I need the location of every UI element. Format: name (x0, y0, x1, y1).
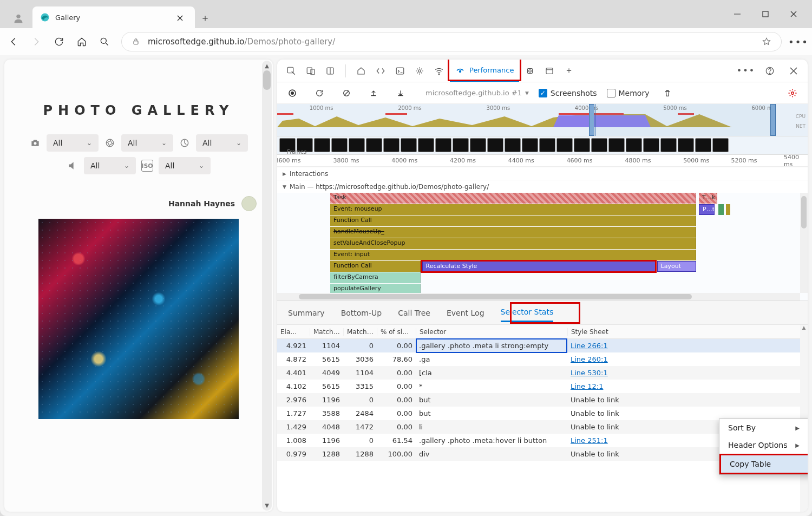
save-trace-button[interactable] (392, 84, 409, 102)
frame-thumb[interactable] (418, 138, 434, 152)
frame-thumb[interactable] (314, 138, 330, 152)
screenshots-checkbox[interactable]: ✓Screenshots (539, 89, 597, 97)
window-minimize[interactable] (723, 3, 751, 25)
frame-thumb[interactable] (660, 138, 677, 152)
reload-trace-button[interactable] (311, 84, 328, 102)
window-maximize[interactable] (751, 3, 780, 25)
console-tab-icon[interactable] (391, 62, 409, 80)
ctx-sort-by[interactable]: Sort By▶ (719, 419, 808, 436)
table-row[interactable]: 4.921110400.00.gallery .photo .meta li s… (277, 339, 808, 352)
devtools-help-icon[interactable] (761, 62, 778, 80)
dock-icon[interactable] (322, 62, 339, 80)
flame-bar-fncall2[interactable]: Function Call (330, 261, 421, 272)
performance-tab[interactable]: Performance (450, 60, 519, 82)
devtools-close-icon[interactable] (785, 62, 802, 80)
frame-thumb[interactable] (695, 138, 711, 152)
frame-thumb[interactable] (539, 138, 555, 152)
browser-tab[interactable]: Gallery × (32, 6, 195, 28)
perf-settings-icon[interactable] (784, 84, 801, 102)
flame-scroll-horizontal[interactable] (277, 293, 800, 301)
timeline-overview[interactable]: 1000 ms 2000 ms 3000 ms 4000 ms 5000 ms … (277, 104, 808, 136)
stylesheet-link[interactable]: Line 530:1 (571, 369, 608, 377)
flame-bar-fncall[interactable]: Function Call (330, 215, 696, 226)
frame-thumb[interactable] (366, 138, 382, 152)
filter-camera[interactable]: All⌄ (47, 134, 99, 152)
reload-button[interactable] (53, 36, 65, 48)
tab-summary[interactable]: Summary (288, 304, 325, 322)
frame-thumb[interactable] (487, 138, 503, 152)
frame-thumb[interactable] (712, 138, 729, 152)
frame-thumb[interactable] (383, 138, 400, 152)
memory-checkbox[interactable]: Memory (607, 89, 650, 97)
frame-thumb[interactable] (470, 138, 486, 152)
stylesheet-link[interactable]: Line 260:1 (571, 355, 608, 363)
frame-thumb[interactable] (678, 138, 694, 152)
stylesheet-link[interactable]: Line 251:1 (571, 436, 608, 445)
ctx-copy-table[interactable]: Copy Table (721, 455, 808, 473)
filter-aperture[interactable]: All⌄ (121, 134, 173, 152)
flame-bar-layout[interactable]: Layout (657, 261, 697, 272)
flame-chart[interactable]: Task T…k Event: mouseup P…t Function Cal… (277, 193, 808, 301)
clear-trace-button[interactable] (338, 84, 355, 102)
frame-thumb[interactable] (591, 138, 607, 152)
flame-bar-task2[interactable]: T…k (699, 193, 717, 204)
tab-event-log[interactable]: Event Log (447, 304, 484, 322)
flame-scroll-vertical[interactable] (800, 193, 808, 293)
frame-thumb[interactable] (556, 138, 573, 152)
favorite-icon[interactable] (762, 37, 771, 47)
new-tab-button[interactable]: ＋ (195, 8, 215, 28)
tab-bottom-up[interactable]: Bottom-Up (341, 304, 382, 322)
interactions-track[interactable]: ▶Interactions (277, 167, 808, 180)
home-button[interactable] (76, 36, 88, 48)
table-row[interactable]: 4.8725615303678.60.gaLine 260:1 (277, 352, 808, 366)
network-tab-icon[interactable] (430, 62, 448, 80)
filter-iso[interactable]: All⌄ (159, 157, 211, 174)
sources-tab-icon[interactable] (411, 62, 428, 80)
browser-menu[interactable]: ••• (793, 36, 804, 48)
frame-thumb[interactable] (626, 138, 642, 152)
trace-selector[interactable]: microsoftedge.github.io #1▼ (425, 89, 529, 97)
flame-bar-setval[interactable]: setValueAndClosePopup (330, 238, 696, 249)
inspect-element-icon[interactable] (283, 62, 300, 80)
ctx-header-options[interactable]: Header Options▶ (719, 436, 808, 454)
frames-strip[interactable]: Frames /* thumbs rendered below */ (277, 136, 808, 155)
flame-bar-handle[interactable]: handleMouseUp_ (330, 227, 696, 238)
memory-tab-icon[interactable] (521, 62, 539, 80)
table-row[interactable]: 4.102561533150.00*Line 12:1 (277, 380, 808, 393)
filter-exposure[interactable]: All⌄ (196, 134, 248, 152)
address-bar[interactable]: microsoftedge.github.io/Demos/photo-gall… (121, 32, 782, 51)
flame-bar-mouseup[interactable]: Event: mouseup (330, 204, 696, 215)
tab-close-button[interactable]: × (173, 11, 187, 24)
garbage-collect-icon[interactable] (659, 84, 676, 102)
table-header[interactable]: Ela… Match … Match … % of sl… Selector S… (277, 325, 808, 339)
main-track[interactable]: ▼Main — https://microsoftedge.github.io/… (277, 180, 808, 193)
flame-bar-input[interactable]: Event: input (330, 250, 696, 260)
frame-thumb[interactable] (643, 138, 659, 152)
timeline-ruler[interactable]: 3600 ms 3800 ms 4000 ms 4200 ms 4400 ms … (277, 155, 808, 167)
frame-thumb[interactable] (331, 138, 348, 152)
table-row[interactable]: 4.401404911040.00[claLine 530:1 (277, 366, 808, 380)
more-tabs-button[interactable]: ＋ (560, 62, 578, 80)
table-row[interactable]: 2.976119600.00butUnable to link (277, 393, 808, 407)
flame-bar-pt[interactable]: P…t (699, 204, 715, 215)
back-button[interactable] (8, 36, 19, 48)
application-tab-icon[interactable] (541, 62, 558, 80)
frame-thumb[interactable] (349, 138, 365, 152)
flame-bar-task[interactable]: Task (330, 193, 696, 204)
filter-focal[interactable]: All⌄ (84, 157, 136, 174)
window-close[interactable] (780, 3, 808, 25)
page-scrollbar[interactable]: ▲ ▼ (262, 61, 272, 511)
load-trace-button[interactable] (365, 84, 382, 102)
tab-call-tree[interactable]: Call Tree (398, 304, 430, 322)
frame-thumb[interactable] (453, 138, 469, 152)
frame-thumb[interactable] (435, 138, 451, 152)
site-info-icon[interactable] (132, 37, 140, 46)
stylesheet-link[interactable]: Line 266:1 (571, 342, 608, 350)
frame-thumb[interactable] (574, 138, 590, 152)
frame-thumb[interactable] (505, 138, 521, 152)
frame-thumb[interactable] (608, 138, 625, 152)
forward-button[interactable] (30, 36, 42, 48)
stylesheet-link[interactable]: Line 12:1 (571, 382, 603, 390)
elements-tab-icon[interactable] (372, 62, 389, 80)
flame-bar-filter[interactable]: filterByCamera (330, 272, 421, 283)
